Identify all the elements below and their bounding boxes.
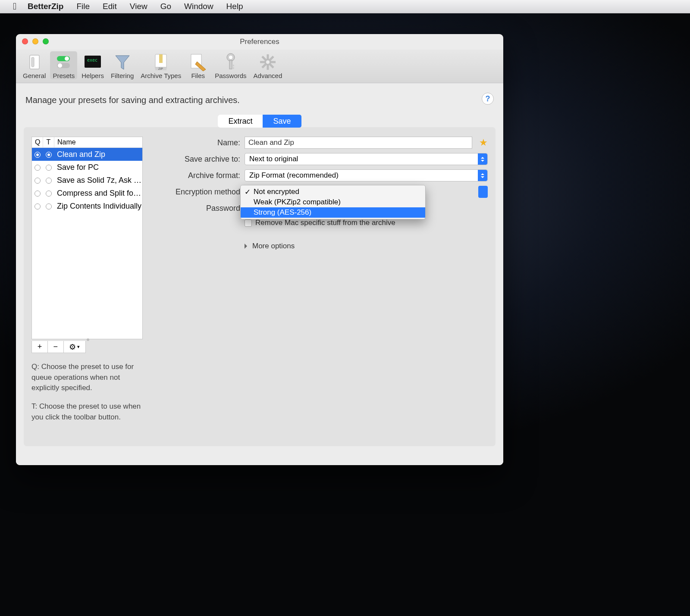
add-preset-button[interactable]: +: [32, 341, 48, 353]
extract-save-segmented: Extract Save: [218, 115, 301, 128]
preset-name: Zip Contents Individually: [54, 202, 142, 211]
queue-radio[interactable]: [32, 189, 43, 198]
app-name[interactable]: BetterZip: [22, 2, 69, 11]
save-to-label: Save archive to:: [160, 155, 240, 164]
tab-files[interactable]: Files: [185, 51, 210, 79]
favorite-star-icon[interactable]: ★: [479, 137, 488, 148]
archive-format-popup[interactable]: Zip Format (recommended): [245, 169, 488, 181]
queue-radio[interactable]: [32, 202, 43, 211]
minimize-window-button[interactable]: [32, 38, 38, 44]
name-label: Name:: [160, 138, 240, 147]
preset-name: Save for PC: [54, 163, 142, 172]
remove-preset-button[interactable]: −: [48, 341, 64, 353]
files-icon: [188, 53, 208, 71]
preset-actions-button[interactable]: ⚙︎▾: [64, 341, 85, 353]
toolbar-radio[interactable]: [43, 163, 54, 172]
encryption-option-strong[interactable]: Strong (AES-256): [241, 207, 425, 218]
name-field[interactable]: [245, 137, 472, 149]
queue-radio[interactable]: [32, 150, 43, 159]
tab-passwords[interactable]: Passwords: [212, 51, 249, 79]
close-window-button[interactable]: [22, 38, 28, 44]
remove-mac-label: Remove Mac specific stuff from the archi…: [255, 219, 395, 227]
window-titlebar[interactable]: Preferences: [16, 34, 503, 50]
svg-point-3: [65, 56, 69, 61]
tab-presets[interactable]: Presets: [50, 51, 77, 79]
disclosure-triangle-icon: [245, 244, 250, 249]
header-q[interactable]: Q: [32, 137, 43, 147]
menu-go[interactable]: Go: [155, 2, 176, 11]
encryption-label: Encryption method: [160, 188, 240, 197]
gear-icon: ⚙︎: [69, 342, 76, 352]
popup-arrows-icon: [478, 186, 488, 198]
passwords-icon: [221, 53, 241, 71]
save-to-value: Next to original: [249, 155, 298, 163]
preset-list-header: Q T Name: [32, 137, 142, 148]
tab-filtering[interactable]: Filtering: [108, 51, 136, 79]
queue-radio[interactable]: [32, 163, 43, 172]
svg-rect-1: [31, 57, 34, 67]
menu-file[interactable]: File: [71, 2, 95, 11]
password-label: Password: [160, 204, 240, 213]
preset-row[interactable]: Save for PC: [32, 161, 142, 174]
menu-window[interactable]: Window: [179, 2, 219, 11]
encryption-menu: Not encrypted Weak (PKZip2 compatible) S…: [240, 185, 426, 219]
helpers-icon: exec: [83, 53, 103, 71]
menu-edit[interactable]: Edit: [97, 2, 122, 11]
svg-point-23: [266, 60, 270, 64]
apple-menu-icon[interactable]: : [9, 1, 20, 12]
tab-label: Archive Types: [141, 72, 181, 79]
preset-row[interactable]: Compress and Split for…: [32, 187, 142, 200]
tab-label: Advanced: [254, 72, 282, 79]
tab-label: General: [23, 72, 46, 79]
svg-rect-16: [232, 65, 234, 66]
menu-help[interactable]: Help: [221, 2, 248, 11]
format-value: Zip Format (recommended): [249, 171, 339, 180]
svg-rect-17: [232, 67, 234, 69]
popup-arrows-icon: [478, 170, 487, 181]
more-options-disclosure[interactable]: More options: [245, 242, 488, 250]
preset-row[interactable]: Clean and Zip: [32, 148, 142, 161]
segment-extract[interactable]: Extract: [218, 115, 263, 128]
tab-general[interactable]: General: [20, 51, 48, 79]
tab-archive-types[interactable]: ZIP Archive Types: [138, 51, 184, 79]
presets-icon: [54, 53, 74, 71]
save-to-popup[interactable]: Next to original: [245, 153, 488, 165]
remove-mac-checkbox[interactable]: [245, 219, 252, 227]
svg-text:ZIP: ZIP: [158, 67, 163, 70]
popup-arrows-icon: [478, 153, 487, 165]
toolbar-radio[interactable]: [43, 176, 54, 185]
help-button[interactable]: ?: [482, 93, 494, 105]
toolbar-radio[interactable]: [43, 150, 54, 159]
toolbar-radio[interactable]: [43, 202, 54, 211]
tab-advanced[interactable]: Advanced: [251, 51, 285, 79]
column-resize-dot[interactable]: [87, 338, 89, 341]
svg-rect-9: [159, 54, 163, 63]
queue-radio[interactable]: [32, 176, 43, 185]
tab-label: Helpers: [82, 72, 104, 79]
svg-text:exec: exec: [87, 58, 97, 63]
preset-list[interactable]: Q T Name Clean and Zip Save for: [31, 137, 143, 339]
svg-point-5: [58, 63, 62, 68]
toolbar-radio[interactable]: [43, 189, 54, 198]
svg-point-14: [229, 56, 232, 59]
preset-row[interactable]: Zip Contents Individually: [32, 200, 142, 213]
segment-save[interactable]: Save: [263, 115, 301, 128]
preferences-body: Manage your presets for saving and extra…: [16, 83, 503, 465]
preset-row[interactable]: Save as Solid 7z, Ask fo…: [32, 174, 142, 187]
page-description: Manage your presets for saving and extra…: [25, 95, 496, 105]
preset-list-buttons: + − ⚙︎▾: [31, 341, 86, 353]
tab-helpers[interactable]: exec Helpers: [79, 51, 107, 79]
menu-view[interactable]: View: [125, 2, 153, 11]
advanced-icon: [258, 53, 278, 71]
content-panel: Q T Name Clean and Zip Save for: [24, 127, 496, 446]
archive-types-icon: ZIP: [151, 53, 171, 71]
preferences-window: Preferences General Presets: [16, 34, 503, 465]
header-t[interactable]: T: [43, 137, 54, 147]
encryption-option-weak[interactable]: Weak (PKZip2 compatible): [241, 197, 425, 207]
header-name[interactable]: Name: [54, 137, 142, 147]
zoom-window-button[interactable]: [43, 38, 49, 44]
preferences-toolbar: General Presets exec Helpers: [16, 50, 503, 83]
chevron-down-icon: ▾: [77, 344, 80, 350]
encryption-option-not-encrypted[interactable]: Not encrypted: [241, 187, 425, 197]
tab-label: Filtering: [111, 72, 134, 79]
